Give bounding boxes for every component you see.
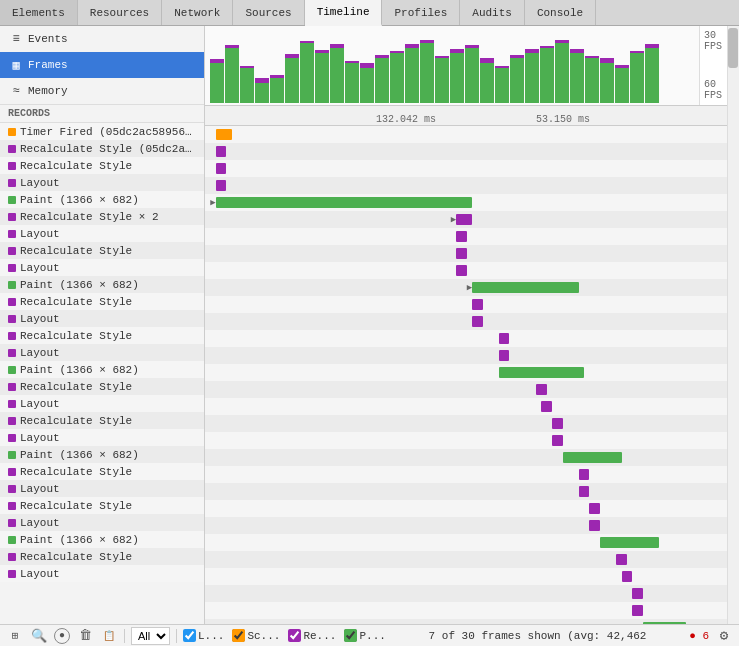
record-row[interactable]: Layout [0, 395, 204, 412]
status-checkbox[interactable] [232, 629, 245, 642]
records-section[interactable]: Timer Fired (05dc2ac589566...Recalculate… [0, 123, 204, 624]
timeline-row[interactable] [205, 568, 739, 585]
record-row[interactable]: Paint (1366 × 682) [0, 446, 204, 463]
fps-bars [205, 26, 699, 105]
record-row[interactable]: Layout [0, 174, 204, 191]
tab-network[interactable]: Network [162, 0, 233, 25]
timeline-row[interactable] [205, 517, 739, 534]
timeline-row[interactable] [205, 381, 739, 398]
filter-select[interactable]: All [131, 627, 170, 645]
timeline-row[interactable] [205, 330, 739, 347]
delete-btn[interactable]: 🗑 [76, 627, 94, 645]
record-row[interactable]: Layout [0, 480, 204, 497]
record-row[interactable]: Recalculate Style [0, 463, 204, 480]
tab-profiles[interactable]: Profiles [382, 0, 460, 25]
status-checkbox-item[interactable]: L... [183, 629, 224, 642]
status-checkbox-item[interactable]: Re... [288, 629, 336, 642]
timeline-row[interactable] [205, 466, 739, 483]
timeline-row[interactable] [205, 483, 739, 500]
record-row[interactable]: Layout [0, 514, 204, 531]
timeline-row[interactable] [205, 313, 739, 330]
expand-arrow-icon[interactable]: ▶ [210, 197, 215, 208]
tab-resources[interactable]: Resources [78, 0, 162, 25]
timeline-bar [541, 401, 552, 412]
timeline-row[interactable] [205, 296, 739, 313]
timeline-row[interactable] [205, 534, 739, 551]
record-row[interactable]: Layout [0, 429, 204, 446]
record-row[interactable]: Recalculate Style [0, 548, 204, 565]
record-row[interactable]: Layout [0, 565, 204, 582]
menu-frames[interactable]: ▦ Frames [0, 52, 204, 78]
timeline-row[interactable] [205, 160, 739, 177]
timeline-row[interactable] [205, 432, 739, 449]
gear-btn[interactable]: ⚙ [715, 627, 733, 645]
scrollbar-track[interactable] [727, 26, 739, 624]
timeline-row[interactable] [205, 398, 739, 415]
status-checkbox[interactable] [288, 629, 301, 642]
record-row[interactable]: Layout [0, 259, 204, 276]
timeline-row[interactable] [205, 177, 739, 194]
status-checkbox[interactable] [183, 629, 196, 642]
record-row[interactable]: Recalculate Style (05dc2ac58... [0, 140, 204, 157]
record-row[interactable]: Recalculate Style [0, 157, 204, 174]
status-checkbox[interactable] [344, 629, 357, 642]
record-row[interactable]: Paint (1366 × 682) [0, 276, 204, 293]
record-row[interactable]: Recalculate Style × 2 [0, 208, 204, 225]
status-checkbox-item[interactable]: Sc... [232, 629, 280, 642]
timeline-row[interactable] [205, 347, 739, 364]
tab-sources[interactable]: Sources [233, 0, 304, 25]
menu-memory[interactable]: ≈ Memory [0, 78, 204, 104]
timeline-row[interactable] [205, 364, 739, 381]
record-dot [8, 145, 16, 153]
tab-audits[interactable]: Audits [460, 0, 525, 25]
timeline-row[interactable] [205, 619, 739, 624]
timeline-row[interactable] [205, 585, 739, 602]
magnify-btn[interactable]: 🔍 [30, 627, 48, 645]
tab-console[interactable]: Console [525, 0, 596, 25]
status-checkbox-item[interactable]: P... [344, 629, 385, 642]
record-row[interactable]: Recalculate Style [0, 497, 204, 514]
timeline-bar [499, 367, 584, 378]
record-row[interactable]: Recalculate Style [0, 327, 204, 344]
timeline-row[interactable]: ▶ [205, 211, 739, 228]
timeline-row[interactable] [205, 500, 739, 517]
record-label: Recalculate Style [20, 245, 132, 257]
timeline-row[interactable] [205, 602, 739, 619]
timeline-row[interactable]: ▶ [205, 194, 739, 211]
timeline-ruler: 132.042 ms 53.150 ms [205, 106, 739, 126]
timeline-row[interactable] [205, 415, 739, 432]
timeline-row[interactable]: ▶ [205, 279, 739, 296]
timeline-row[interactable] [205, 228, 739, 245]
timeline-bar [579, 469, 590, 480]
record-dot [8, 179, 16, 187]
timeline-bar [456, 231, 467, 242]
clear-btn[interactable]: ● [54, 628, 70, 644]
timeline-row[interactable] [205, 449, 739, 466]
tab-elements[interactable]: Elements [0, 0, 78, 25]
fps-bar-group [390, 29, 404, 103]
timeline-row[interactable] [205, 126, 739, 143]
menu-events[interactable]: ≡ Events [0, 26, 204, 52]
record-row[interactable]: Recalculate Style [0, 242, 204, 259]
record-row[interactable]: Recalculate Style [0, 378, 204, 395]
record-row[interactable]: Layout [0, 310, 204, 327]
scrollbar-thumb[interactable] [728, 28, 738, 68]
tab-timeline[interactable]: Timeline [305, 0, 383, 26]
record-row[interactable]: Recalculate Style [0, 412, 204, 429]
record-row[interactable]: Paint (1366 × 682) [0, 191, 204, 208]
timeline-rows[interactable]: ▶▶▶ [205, 126, 739, 624]
fps-bar-green [300, 43, 314, 103]
export-btn[interactable]: 📋 [100, 627, 118, 645]
timeline-row[interactable] [205, 262, 739, 279]
record-row[interactable]: Layout [0, 225, 204, 242]
record-row[interactable]: Paint (1366 × 682) [0, 361, 204, 378]
timeline-row[interactable] [205, 245, 739, 262]
record-row[interactable]: Timer Fired (05dc2ac589566... [0, 123, 204, 140]
timeline-row[interactable] [205, 551, 739, 568]
timeline-row[interactable] [205, 143, 739, 160]
record-row[interactable]: Layout [0, 344, 204, 361]
record-row[interactable]: Recalculate Style [0, 293, 204, 310]
record-dot [8, 451, 16, 459]
record-btn[interactable]: ⊞ [6, 627, 24, 645]
record-row[interactable]: Paint (1366 × 682) [0, 531, 204, 548]
